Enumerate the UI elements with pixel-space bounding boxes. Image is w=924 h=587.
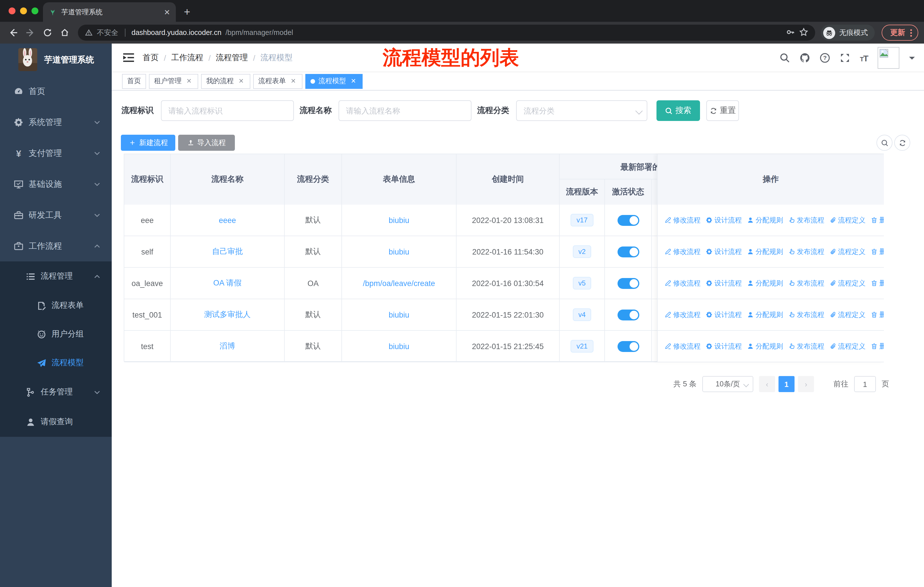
browser-tab[interactable]: 芋道管理系统 ✕ (43, 2, 176, 22)
version-badge[interactable]: v4 (573, 308, 591, 321)
version-badge[interactable]: v5 (573, 277, 591, 289)
bookmark-star-icon[interactable] (799, 27, 808, 38)
action-definition-link[interactable]: 流程定义 (830, 215, 866, 225)
active-toggle[interactable] (617, 341, 639, 352)
action-assign-link[interactable]: 分配规则 (747, 341, 783, 351)
action-edit-link[interactable]: 修改流程 (665, 341, 701, 351)
next-page-button[interactable]: › (798, 376, 814, 392)
process-key-input[interactable] (161, 100, 294, 121)
tag-我的流程[interactable]: 我的流程✕ (201, 74, 250, 89)
form-link[interactable]: biubiu (389, 216, 409, 225)
sidebar-item-system[interactable]: 系统管理 (0, 107, 112, 137)
breadcrumb-item[interactable]: 首页 (143, 53, 159, 63)
caret-down-icon[interactable] (909, 56, 915, 62)
active-toggle[interactable] (617, 309, 639, 320)
refresh-table-button[interactable] (894, 135, 910, 151)
form-link[interactable]: biubiu (389, 311, 409, 319)
page-1-button[interactable]: 1 (779, 376, 795, 392)
zoom-window-button[interactable] (31, 7, 38, 14)
action-assign-link[interactable]: 分配规则 (747, 278, 783, 288)
prev-page-button[interactable]: ‹ (759, 376, 775, 392)
sidebar-item-user-group[interactable]: 用户分组 (0, 320, 112, 349)
process-name-input[interactable] (338, 100, 472, 121)
action-definition-link[interactable]: 流程定义 (830, 247, 866, 256)
sidebar-item-process-model[interactable]: 流程模型 (0, 349, 112, 377)
action-assign-link[interactable]: 分配规则 (747, 215, 783, 225)
tag-流程表单[interactable]: 流程表单✕ (253, 74, 302, 89)
action-delete-link[interactable]: 删除 (871, 247, 884, 256)
action-design-link[interactable]: 设计流程 (706, 215, 742, 225)
browser-menu-icon[interactable] (910, 29, 912, 36)
action-design-link[interactable]: 设计流程 (706, 278, 742, 288)
version-badge[interactable]: v21 (571, 340, 594, 352)
action-delete-link[interactable]: 删除 (871, 310, 884, 319)
action-assign-link[interactable]: 分配规则 (747, 310, 783, 319)
process-name-link[interactable]: 滔博 (220, 341, 235, 351)
home-icon[interactable] (57, 25, 72, 40)
action-delete-link[interactable]: 删除 (871, 341, 884, 351)
tag-流程模型[interactable]: 流程模型✕ (305, 74, 363, 89)
search-button[interactable]: 搜索 (657, 100, 700, 121)
action-definition-link[interactable]: 流程定义 (830, 278, 866, 288)
form-link[interactable]: biubiu (389, 247, 409, 256)
action-design-link[interactable]: 设计流程 (706, 310, 742, 319)
search-icon[interactable] (780, 53, 790, 63)
font-size-icon[interactable]: TT (860, 53, 868, 63)
breadcrumb-item[interactable]: 工作流程 (171, 53, 203, 63)
sidebar-item-workflow[interactable]: 工作流程 (0, 230, 112, 261)
create-process-button[interactable]: ＋ 新建流程 (121, 135, 175, 151)
sidebar-item-devtools[interactable]: 研发工具 (0, 200, 112, 230)
sidebar-item-payment[interactable]: ¥支付管理 (0, 137, 112, 169)
action-edit-link[interactable]: 修改流程 (665, 247, 701, 256)
process-name-link[interactable]: OA 请假 (213, 278, 241, 288)
tag-首页[interactable]: 首页 (122, 74, 146, 89)
process-category-select[interactable] (509, 100, 647, 121)
goto-page-input[interactable] (854, 376, 876, 392)
sidebar-item-process-manage[interactable]: 流程管理 (0, 261, 112, 291)
action-publish-link[interactable]: 发布流程 (788, 278, 824, 288)
reset-button[interactable]: 重置 (706, 100, 739, 121)
action-design-link[interactable]: 设计流程 (706, 341, 742, 351)
form-link[interactable]: /bpm/oa/leave/create (363, 279, 435, 288)
action-publish-link[interactable]: 发布流程 (788, 215, 824, 225)
process-name-link[interactable]: 测试多审批人 (204, 309, 251, 320)
tag-close-icon[interactable]: ✕ (185, 77, 193, 85)
help-icon[interactable]: ? (820, 53, 830, 63)
sidebar-item-leave-query[interactable]: 请假查询 (0, 407, 112, 437)
reload-icon[interactable] (40, 25, 55, 40)
sidebar-item-home[interactable]: 首页 (0, 76, 112, 107)
action-definition-link[interactable]: 流程定义 (830, 310, 866, 319)
action-edit-link[interactable]: 修改流程 (665, 310, 701, 319)
tag-close-icon[interactable]: ✕ (289, 77, 297, 85)
action-design-link[interactable]: 设计流程 (706, 247, 742, 256)
sidebar-item-infra[interactable]: 基础设施 (0, 169, 112, 200)
github-icon[interactable] (800, 53, 810, 63)
version-badge[interactable]: v2 (573, 245, 591, 258)
forward-icon[interactable] (23, 25, 38, 40)
close-window-button[interactable] (8, 7, 15, 14)
tag-close-icon[interactable]: ✕ (350, 77, 358, 85)
action-edit-link[interactable]: 修改流程 (665, 215, 701, 225)
action-publish-link[interactable]: 发布流程 (788, 341, 824, 351)
key-icon[interactable] (786, 27, 795, 38)
action-edit-link[interactable]: 修改流程 (665, 278, 701, 288)
url-bar[interactable]: 不安全 dashboard.yudao.iocoder.cn/bpm/manag… (78, 25, 815, 41)
new-tab-button[interactable]: + (184, 6, 190, 18)
tag-close-icon[interactable]: ✕ (237, 77, 245, 85)
sidebar-item-process-form[interactable]: 流程表单 (0, 291, 112, 320)
active-toggle[interactable] (617, 215, 639, 226)
action-publish-link[interactable]: 发布流程 (788, 247, 824, 256)
page-size-select[interactable]: 10条/页 (702, 376, 753, 392)
active-toggle[interactable] (617, 246, 639, 257)
action-assign-link[interactable]: 分配规则 (747, 247, 783, 256)
collapse-sidebar-icon[interactable] (119, 53, 138, 63)
show-search-button[interactable] (876, 135, 893, 151)
process-name-link[interactable]: 自己审批 (212, 246, 243, 257)
fullscreen-icon[interactable] (840, 53, 850, 63)
tag-租户管理[interactable]: 租户管理✕ (149, 74, 198, 89)
process-name-link[interactable]: eeee (219, 216, 236, 225)
user-avatar[interactable] (878, 47, 899, 69)
action-delete-link[interactable]: 删除 (871, 278, 884, 288)
minimize-window-button[interactable] (20, 7, 27, 14)
form-link[interactable]: biubiu (389, 342, 409, 351)
